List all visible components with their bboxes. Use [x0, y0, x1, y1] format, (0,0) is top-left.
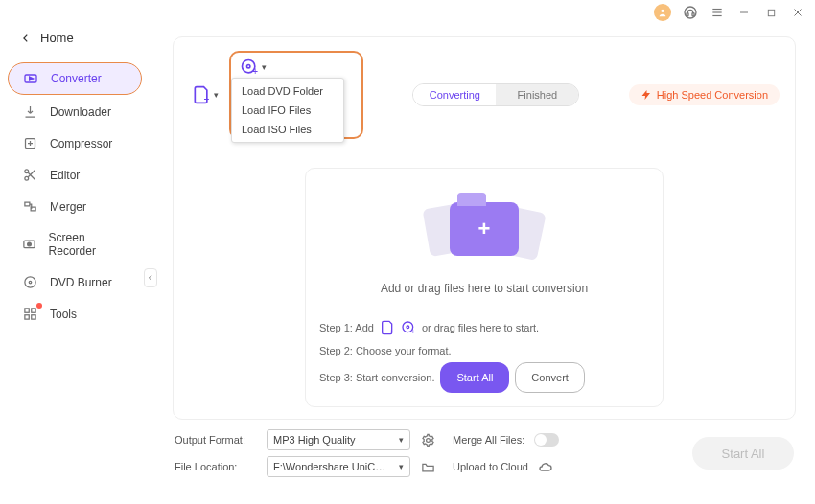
- converter-icon: [22, 71, 39, 86]
- sidebar-item-label: DVD Burner: [50, 276, 112, 289]
- output-format-select[interactable]: MP3 High Quality ▾: [267, 429, 410, 450]
- sidebar: Home Converter Downloader Compressor Edi…: [0, 0, 150, 504]
- support-icon[interactable]: [683, 5, 698, 20]
- svg-rect-25: [31, 309, 35, 312]
- svg-rect-3: [692, 13, 694, 16]
- sidebar-item-merger[interactable]: Merger: [8, 192, 142, 221]
- svg-rect-8: [768, 10, 774, 15]
- close-button[interactable]: [790, 5, 805, 20]
- sidebar-item-label: Tools: [50, 308, 77, 321]
- sidebar-item-compressor[interactable]: Compressor: [8, 128, 142, 158]
- sidebar-item-converter[interactable]: Converter: [8, 62, 142, 95]
- svg-rect-18: [24, 202, 29, 206]
- load-disc-highlight: + ▾ Load DVD Folder Load IFO Files Load …: [229, 51, 363, 139]
- folder-open-icon[interactable]: [420, 460, 435, 474]
- minimize-button[interactable]: [736, 5, 752, 20]
- step-2: Step 2: Choose your format.: [319, 339, 649, 362]
- recorder-icon: [21, 238, 37, 252]
- cloud-icon[interactable]: [538, 459, 553, 474]
- lightning-icon: [640, 89, 652, 101]
- merger-icon: [21, 199, 38, 214]
- chevron-down-icon: ▾: [262, 62, 267, 72]
- sidebar-item-editor[interactable]: Editor: [8, 160, 142, 190]
- start-all-pill[interactable]: Start All: [440, 362, 509, 393]
- svg-point-23: [29, 281, 32, 284]
- chevron-down-icon: ▾: [399, 435, 404, 445]
- convert-pill[interactable]: Convert: [515, 362, 585, 393]
- upload-label: Upload to Cloud: [453, 461, 528, 472]
- menu-icon[interactable]: [710, 5, 725, 20]
- step1-prefix: Step 1: Add: [319, 316, 374, 339]
- sidebar-item-dvd-burner[interactable]: DVD Burner: [8, 267, 142, 297]
- output-format-label: Output Format:: [175, 434, 257, 446]
- svg-point-14: [24, 170, 28, 173]
- account-avatar[interactable]: [654, 4, 671, 21]
- converter-card: + ▾ + ▾ Load DVD Folder Load IFO Files L…: [173, 36, 796, 420]
- sidebar-item-label: Editor: [50, 169, 80, 182]
- user-icon: [658, 8, 667, 17]
- svg-point-0: [661, 10, 664, 12]
- svg-rect-2: [687, 13, 688, 16]
- tab-finished[interactable]: Finished: [496, 84, 578, 105]
- load-disc-button[interactable]: + ▾: [237, 55, 269, 80]
- start-all-button[interactable]: Start All: [692, 437, 794, 470]
- add-file-icon: +: [192, 85, 211, 104]
- maximize-button[interactable]: [763, 5, 779, 20]
- tab-converting[interactable]: Converting: [413, 84, 496, 105]
- svg-text:+: +: [204, 94, 210, 104]
- download-icon: [21, 104, 38, 119]
- svg-rect-24: [24, 309, 28, 312]
- drop-zone[interactable]: + Add or drag files here to start conver…: [305, 168, 664, 407]
- step-1: Step 1: Add + + or drag files here to st…: [319, 316, 649, 339]
- compressor-icon: [21, 136, 38, 150]
- dropdown-item-load-dvd-folder[interactable]: Load DVD Folder: [232, 81, 343, 101]
- file-location-label: File Location:: [175, 461, 257, 472]
- svg-rect-26: [24, 315, 28, 319]
- sidebar-item-tools[interactable]: Tools: [8, 299, 142, 329]
- folder-illustration: +: [319, 186, 649, 272]
- sidebar-item-screen-recorder[interactable]: Screen Recorder: [8, 223, 142, 265]
- svg-point-15: [24, 176, 28, 180]
- high-speed-button[interactable]: High Speed Conversion: [629, 84, 780, 105]
- sidebar-item-label: Merger: [50, 200, 86, 214]
- dropdown-item-load-iso-files[interactable]: Load ISO Files: [232, 120, 343, 139]
- svg-text:+: +: [411, 328, 415, 335]
- svg-point-36: [426, 438, 430, 442]
- sidebar-item-downloader[interactable]: Downloader: [8, 97, 142, 126]
- merge-toggle[interactable]: [534, 433, 559, 447]
- bottom-bar: Output Format: MP3 High Quality ▾ Merge …: [173, 420, 796, 477]
- step1-suffix: or drag files here to start.: [422, 316, 539, 339]
- card-top-row: + ▾ + ▾ Load DVD Folder Load IFO Files L…: [189, 51, 780, 139]
- svg-point-30: [247, 65, 250, 68]
- file-location-value: F:\Wondershare UniConverter 1: [273, 461, 388, 472]
- scissors-icon: [21, 168, 38, 182]
- tools-icon: [21, 307, 38, 321]
- svg-point-21: [27, 242, 31, 246]
- home-back[interactable]: Home: [0, 25, 150, 60]
- chevron-down-icon: ▾: [399, 462, 404, 471]
- add-disc-icon: +: [401, 320, 416, 335]
- chevron-left-icon: [21, 34, 31, 43]
- add-file-button[interactable]: + ▾: [189, 82, 221, 107]
- add-file-icon: +: [380, 320, 395, 335]
- step3-prefix: Step 3: Start conversion.: [319, 366, 434, 389]
- sidebar-item-label: Converter: [51, 72, 102, 85]
- file-location-select[interactable]: F:\Wondershare UniConverter 1 ▾: [267, 456, 410, 477]
- dropdown-item-load-ifo-files[interactable]: Load IFO Files: [232, 101, 343, 120]
- steps-help: Step 1: Add + + or drag files here to st…: [319, 316, 649, 393]
- svg-point-22: [24, 277, 35, 287]
- svg-marker-12: [30, 77, 34, 80]
- output-format-value: MP3 High Quality: [273, 434, 356, 446]
- high-speed-label: High Speed Conversion: [657, 89, 768, 101]
- home-label: Home: [40, 31, 74, 45]
- main-pane: + ▾ + ▾ Load DVD Folder Load IFO Files L…: [150, 23, 815, 504]
- dropzone-headline: Add or drag files here to start conversi…: [319, 282, 649, 295]
- disc-icon: [21, 275, 38, 289]
- load-disc-dropdown: Load DVD Folder Load IFO Files Load ISO …: [231, 78, 344, 143]
- sidebar-item-label: Screen Recorder: [49, 231, 128, 258]
- svg-rect-27: [31, 315, 35, 319]
- settings-icon[interactable]: [420, 433, 435, 447]
- sidebar-item-label: Compressor: [50, 137, 112, 150]
- step-3: Step 3: Start conversion. Start All Conv…: [319, 362, 649, 393]
- status-tabs: Converting Finished: [412, 83, 579, 106]
